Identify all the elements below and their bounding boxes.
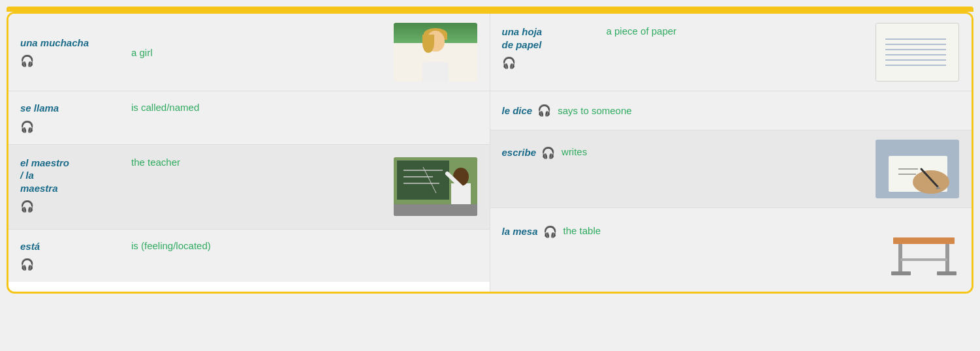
english-word: a girl — [125, 47, 393, 58]
audio-icon[interactable]: 🎧 — [541, 146, 555, 160]
image-table — [888, 217, 960, 282]
svg-rect-9 — [394, 204, 477, 216]
spanish-word: el maestro/ lamaestra — [20, 157, 125, 195]
spanish-col: está 🎧 — [20, 240, 125, 272]
svg-rect-21 — [937, 271, 956, 275]
writing-svg — [876, 140, 959, 198]
english-word: writes — [555, 140, 875, 157]
vocab-item-la-mesa: la mesa 🎧 the table — [490, 208, 972, 292]
line4 — [885, 54, 946, 55]
line2 — [885, 44, 946, 45]
spanish-word: una muchacha — [20, 37, 125, 50]
spanish-col: la mesa 🎧 — [502, 217, 557, 239]
svg-rect-20 — [891, 271, 911, 275]
spanish-word: se llama — [20, 102, 125, 115]
svg-rect-22 — [900, 258, 947, 261]
line5 — [885, 59, 946, 61]
spanish-col: una muchacha 🎧 — [20, 37, 125, 69]
writing-photo — [876, 140, 959, 198]
vocab-item-el-maestro: el maestro/ lamaestra 🎧 the teacher — [8, 145, 490, 230]
svg-rect-17 — [893, 237, 955, 244]
shirt — [422, 62, 449, 82]
spanish-word: le dice — [502, 104, 533, 117]
svg-rect-1 — [397, 160, 449, 200]
english-word: says to someone — [551, 105, 960, 116]
image-teacher — [393, 157, 478, 216]
line6 — [885, 65, 946, 66]
vocab-item-esta: está 🎧 is (feeling/located) — [8, 230, 490, 282]
audio-icon[interactable]: 🎧 — [20, 258, 125, 271]
hair-long — [422, 35, 434, 53]
spanish-col: se llama 🎧 — [20, 102, 125, 134]
spanish-word: una hojade papel — [502, 25, 600, 51]
spanish-col: escribe 🎧 — [502, 140, 556, 160]
english-word: a piece of paper — [600, 23, 876, 37]
vocab-item-una-muchacha: una muchacha 🎧 a girl — [8, 14, 490, 91]
audio-icon[interactable]: 🎧 — [502, 56, 600, 70]
spanish-word: está — [20, 240, 125, 253]
english-word: the teacher — [125, 154, 393, 168]
audio-icon[interactable]: 🎧 — [543, 225, 557, 239]
audio-icon[interactable]: 🎧 — [20, 200, 125, 213]
table-svg — [888, 219, 960, 281]
audio-icon[interactable]: 🎧 — [537, 104, 551, 117]
left-column: una muchacha 🎧 a girl se llama — [8, 14, 490, 292]
line3 — [885, 49, 946, 50]
teacher-photo — [394, 157, 477, 216]
english-word: is called/named — [125, 102, 478, 113]
paper-photo — [876, 23, 959, 82]
right-column: una hojade papel 🎧 a piece of paper — [490, 14, 972, 292]
spanish-word: la mesa — [502, 225, 538, 238]
vocab-item-se-llama: se llama 🎧 is called/named — [8, 91, 490, 145]
audio-icon[interactable]: 🎧 — [20, 54, 125, 68]
vocab-grid: una muchacha 🎧 a girl se llama — [8, 14, 972, 292]
svg-point-12 — [913, 170, 949, 194]
line1 — [885, 38, 946, 40]
spanish-word: escribe — [502, 146, 537, 159]
top-bar — [7, 7, 973, 12]
vocabulary-container: una muchacha 🎧 a girl se llama — [7, 12, 973, 294]
english-word: is (feeling/located) — [125, 240, 478, 251]
image-writing — [875, 140, 960, 198]
audio-icon[interactable]: 🎧 — [20, 120, 125, 134]
spanish-col: le dice 🎧 — [502, 104, 552, 117]
spanish-col: el maestro/ lamaestra 🎧 — [20, 154, 125, 214]
image-paper — [875, 23, 960, 82]
english-word: the table — [557, 217, 888, 236]
spanish-col: una hojade papel 🎧 — [502, 23, 600, 70]
vocab-item-escribe: escribe 🎧 writes — [490, 130, 972, 208]
teacher-svg — [394, 157, 477, 216]
image-girl — [393, 23, 478, 82]
vocab-item-una-hoja: una hojade papel 🎧 a piece of paper — [490, 14, 972, 91]
girl-photo — [394, 23, 477, 82]
vocab-item-le-dice: le dice 🎧 says to someone — [490, 91, 972, 130]
